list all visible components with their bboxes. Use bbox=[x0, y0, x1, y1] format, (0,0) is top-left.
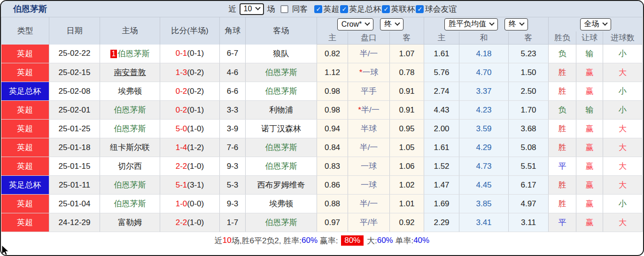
halftime-score: (1-0) bbox=[187, 124, 204, 133]
away-team-name: 西布罗姆维奇 bbox=[257, 181, 305, 189]
crow-away-odds: 1.02 bbox=[390, 176, 424, 195]
match-row: 英足总杯25-01-11伯恩茅斯5-1(3-1)5-3西布罗姆维奇0.86一球1… bbox=[1, 176, 643, 195]
away-team-name: 伯恩茅斯 bbox=[265, 143, 297, 152]
match-row: 英超25-02-15南安普敦1-3(0-2)4-6伯恩茅斯1.12*一球0.78… bbox=[1, 63, 643, 82]
odds-final-select-2[interactable]: 终 bbox=[504, 18, 528, 30]
avg-away-odds: 4.97 bbox=[509, 195, 549, 213]
league-checkbox[interactable]: ✓ bbox=[314, 5, 322, 13]
avg-home-odds: 5.76 bbox=[424, 63, 459, 82]
away-team-link[interactable]: 西布罗姆维奇 bbox=[246, 176, 317, 195]
col-header-type: 类型 bbox=[1, 17, 49, 45]
league-checkbox-label: 英足总杯 bbox=[349, 4, 381, 15]
avg-home-odds: 2.29 bbox=[424, 213, 459, 232]
home-team-link[interactable]: 埃弗顿 bbox=[100, 82, 160, 101]
league-filter-group: ✓英超✓英足总杯✓英联杯✓球会友谊 bbox=[314, 4, 457, 15]
home-team-link[interactable]: 纽卡斯尔联 bbox=[100, 138, 160, 157]
league-type-badge: 英足总杯 bbox=[1, 82, 49, 101]
score-cell: 2-2(1-0) bbox=[160, 213, 220, 232]
fulltime-score: 5-1 bbox=[176, 181, 187, 189]
away-team-link[interactable]: 诺丁汉森林 bbox=[246, 120, 317, 138]
handicap-cell: 平手 bbox=[348, 82, 390, 101]
away-team-link[interactable]: 埃弗顿 bbox=[246, 195, 317, 213]
match-date: 24-12-29 bbox=[49, 213, 100, 232]
match-date: 25-01-25 bbox=[49, 120, 100, 138]
handicap-text: 半/一 bbox=[360, 199, 378, 208]
avg-odds-select[interactable]: 胜平负均值 bbox=[444, 18, 498, 30]
league-checkbox[interactable]: ✓ bbox=[416, 5, 424, 13]
crow-home-odds: 1.12 bbox=[317, 63, 348, 82]
score-cell: 5-0(1-0) bbox=[160, 120, 220, 138]
sub-header-goals: 进球数 bbox=[603, 31, 643, 45]
away-team-name: 狼队 bbox=[273, 49, 289, 58]
goals-result-cell: 小 bbox=[603, 82, 643, 101]
match-date: 25-01-15 bbox=[49, 157, 100, 176]
handicap-text: 一球 bbox=[361, 162, 377, 171]
scope-select[interactable]: 全场 bbox=[580, 18, 611, 30]
crow-away-odds: 0.95 bbox=[390, 120, 424, 138]
crow-away-odds: 0.78 bbox=[390, 63, 424, 82]
away-team-link[interactable]: 狼队 bbox=[246, 45, 317, 63]
home-team-link[interactable]: 富勒姆 bbox=[100, 213, 160, 232]
result-cell: 平 bbox=[549, 157, 576, 176]
home-team-link[interactable]: 切尔西 bbox=[100, 157, 160, 176]
avg-select-group: 胜平负均值 终 bbox=[424, 17, 549, 31]
avg-draw-odds: 3.41 bbox=[459, 213, 509, 232]
home-team-link[interactable]: 伯恩茅斯 bbox=[100, 101, 160, 120]
let-result-cell: 赢 bbox=[576, 157, 603, 176]
avg-away-odds: 3.68 bbox=[509, 120, 549, 138]
summary-segment: 60% bbox=[377, 236, 393, 245]
away-team-link[interactable]: 利物浦 bbox=[246, 101, 317, 120]
sub-header-let: 让球 bbox=[576, 31, 603, 45]
home-team-link[interactable]: 伯恩茅斯 bbox=[100, 120, 160, 138]
home-team-link[interactable]: 伯恩茅斯 bbox=[100, 195, 160, 213]
goals-result-cell: 大 bbox=[603, 157, 643, 176]
col-header-away: 客场 bbox=[246, 17, 317, 45]
crow-home-odds: 0.82 bbox=[317, 45, 348, 63]
handicap-star: * bbox=[358, 105, 361, 114]
sub-header-avg-draw: 和 bbox=[459, 31, 509, 45]
score-cell: 1-0(0-0) bbox=[160, 195, 220, 213]
home-team-link[interactable]: 1伯恩茅斯 bbox=[100, 45, 160, 63]
avg-home-odds: 1.61 bbox=[424, 138, 459, 157]
sub-header-crow-away: 客 bbox=[390, 31, 424, 45]
fulltime-score: 1-4 bbox=[176, 143, 187, 152]
league-type-badge: 英超 bbox=[1, 101, 49, 120]
league-checkbox-label: 英联杯 bbox=[391, 4, 415, 15]
sub-header-result: 胜负 bbox=[549, 31, 576, 45]
same-opponent-checkbox[interactable] bbox=[280, 5, 288, 13]
league-checkbox[interactable]: ✓ bbox=[340, 5, 348, 13]
avg-draw-odds: 3.37 bbox=[459, 82, 509, 101]
handicap-text: 一球 bbox=[361, 181, 377, 189]
league-checkbox-label: 英超 bbox=[323, 4, 339, 15]
halftime-score: (0-1) bbox=[187, 105, 204, 114]
fulltime-score: 0-2 bbox=[176, 105, 187, 114]
odds-company-select[interactable]: Crow* bbox=[337, 18, 374, 30]
sub-header-crow-home: 主 bbox=[317, 31, 348, 45]
let-result-cell: 输 bbox=[576, 45, 603, 63]
match-row: 英超25-01-04伯恩茅斯1-0(0-0)9-3埃弗顿0.88半/一1.011… bbox=[1, 195, 643, 213]
let-result-cell: 赢 bbox=[576, 213, 603, 232]
avg-home-odds: 4.43 bbox=[424, 101, 459, 120]
fulltime-score: 1-3 bbox=[176, 68, 187, 77]
handicap-cell: 一球 bbox=[348, 176, 390, 195]
avg-home-odds: 1.69 bbox=[424, 195, 459, 213]
match-date: 25-02-22 bbox=[49, 45, 100, 63]
league-checkbox[interactable]: ✓ bbox=[382, 5, 390, 13]
goals-result-cell: 大 bbox=[603, 63, 643, 82]
home-team-link[interactable]: 南安普敦 bbox=[100, 63, 160, 82]
recent-count-select[interactable]: 10 bbox=[240, 3, 264, 15]
odds-final-select-1[interactable]: 终 bbox=[380, 18, 403, 30]
league-type-badge: 英超 bbox=[1, 138, 49, 157]
away-team-link[interactable]: 伯恩茅斯 bbox=[246, 138, 317, 157]
avg-draw-odds: 3.59 bbox=[459, 120, 509, 138]
corner-cell: 9-3 bbox=[220, 195, 246, 213]
crow-home-odds: 0.98 bbox=[317, 101, 348, 120]
recent-count-value: 10 bbox=[244, 5, 252, 13]
home-team-link[interactable]: 伯恩茅斯 bbox=[100, 176, 160, 195]
handicap-cell: 半/一 bbox=[348, 195, 390, 213]
away-team-link[interactable]: 伯恩茅斯 bbox=[246, 213, 317, 232]
away-team-link[interactable]: 伯恩茅斯 bbox=[246, 63, 317, 82]
result-cell: 胜 bbox=[549, 195, 576, 213]
away-team-link[interactable]: 伯恩茅斯 bbox=[246, 82, 317, 101]
away-team-link[interactable]: 伯恩茅斯 bbox=[246, 157, 317, 176]
